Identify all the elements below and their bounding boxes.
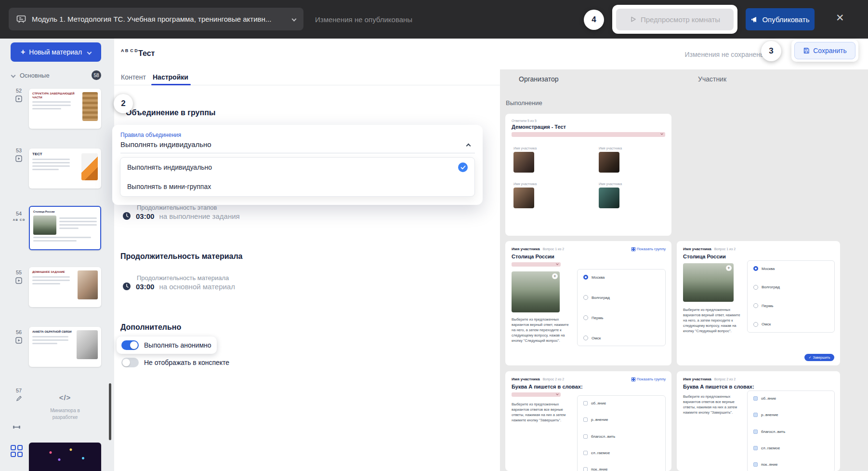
answer-option[interactable]: Москва <box>583 275 659 280</box>
progress-accordion[interactable] <box>512 262 561 267</box>
thumb-title: Структура завершающей части <box>32 92 75 99</box>
no-notes-label: Не отображать в конспекте <box>144 359 229 366</box>
material-thumbnail-58[interactable] <box>29 443 101 471</box>
save-icon <box>803 47 810 54</box>
new-material-button[interactable]: + Новый материал <box>11 42 101 62</box>
save-button[interactable]: Сохранить <box>794 42 855 59</box>
no-notes-row: Не отображать в конспекте <box>121 358 229 367</box>
material-number: 53 <box>16 148 22 153</box>
sidebar-section-main[interactable]: Основные 58 <box>12 70 101 80</box>
show-group-link[interactable]: Показать группу <box>631 377 666 381</box>
answer-option[interactable]: Москва <box>753 266 829 271</box>
material-in-development[interactable]: </> Миниатюра в разработке <box>29 393 101 420</box>
material-thumbnail-56[interactable]: Анкета обратной связи <box>29 327 101 367</box>
option-individually[interactable]: Выполнять индивидуально <box>120 158 474 177</box>
materials-sidebar: + Новый материал Основные 58 52 Структур… <box>0 39 114 471</box>
checkbox <box>753 396 758 401</box>
play-icon <box>630 16 636 23</box>
room-preview-button[interactable]: Предпросмотр комнаты <box>616 9 734 30</box>
answer-option[interactable]: р..внение <box>753 413 829 417</box>
checkbox <box>753 446 758 450</box>
material-thumbnail-55[interactable]: Домашнее задание <box>29 267 101 307</box>
slide-play-icon <box>15 155 22 162</box>
zoom-icon[interactable]: + <box>552 273 558 279</box>
answer-option[interactable]: благосл..вить <box>753 430 829 434</box>
progress-accordion[interactable] <box>512 132 665 137</box>
grouping-rules-dropdown: Правила объединения Выполнять индивидуал… <box>112 125 483 205</box>
stage-duration-suffix: на выполнение задания <box>159 212 239 220</box>
avatar <box>599 152 619 173</box>
zoom-icon[interactable]: + <box>726 265 732 271</box>
anonymous-toggle[interactable] <box>121 340 139 350</box>
question2-participant-card: Имя участника Вопрос 2 из 2 Буква А пише… <box>677 371 840 471</box>
code-icon: </> <box>29 393 101 402</box>
preview-tab-organizer[interactable]: Организатор <box>519 75 559 83</box>
answer-option[interactable]: Пермь <box>753 303 829 308</box>
answer-option[interactable]: Пермь <box>583 315 659 320</box>
answer-option[interactable]: р..внение <box>583 417 659 422</box>
checkbox <box>583 451 588 455</box>
material-meta: 54 A BC D <box>12 211 26 221</box>
answer-option[interactable]: Омск <box>753 322 829 327</box>
avatar <box>513 152 534 173</box>
material-duration-row: 03:00 на основной материал <box>122 282 235 291</box>
question-counter: Вопрос 1 из 2 <box>714 247 736 251</box>
finish-button[interactable]: ✓ Завершить <box>804 354 834 361</box>
material-thumbnail-53[interactable]: Тест <box>29 148 101 188</box>
pencil-icon <box>16 395 22 402</box>
participant-cell: Имя участника <box>513 147 537 173</box>
group-icon <box>631 377 635 381</box>
question-instruction: Выберите из предложенных вариантов верны… <box>683 308 744 334</box>
thumb-title: Столица России <box>33 210 97 214</box>
answer-option[interactable]: Волгоград <box>753 285 829 290</box>
tab-settings[interactable]: Настройки <box>153 73 188 81</box>
sidebar-scrollbar[interactable] <box>109 383 111 440</box>
question-counter: Вопрос 1 из 2 <box>543 247 564 251</box>
material-duration-value: 03:00 <box>136 283 154 291</box>
option-minigroups[interactable]: Выполнять в мини-группах <box>120 177 474 196</box>
dropdown-field-value[interactable]: Выполнять индивидуально <box>120 140 211 148</box>
answer-option[interactable]: Волгоград <box>583 295 659 300</box>
answer-option[interactable]: об..яние <box>753 396 829 401</box>
answer-option[interactable]: об..яние <box>583 401 659 405</box>
thumbnail-image <box>33 215 56 235</box>
publish-button[interactable]: Опубликовать <box>746 8 815 30</box>
material-thumbnail-54[interactable]: Столица России <box>29 206 101 250</box>
progress-accordion[interactable] <box>512 392 561 397</box>
save-status-text: Изменения не сохранены <box>684 51 765 58</box>
chevron-down-icon <box>87 50 92 54</box>
no-notes-toggle[interactable] <box>121 358 139 367</box>
answer-option[interactable]: сл..гаемое <box>753 446 829 450</box>
grid-view-icon[interactable] <box>11 445 23 458</box>
question-counter: Вопрос 2 из 2 <box>543 377 564 381</box>
answer-option[interactable]: пок..яние <box>753 462 829 467</box>
thumb-title: Анкета обратной связи <box>32 330 73 334</box>
radio <box>583 295 588 300</box>
demo-title: Демонстрация - Тест <box>512 124 566 130</box>
check-icon: ✓ <box>809 356 812 360</box>
slide-play-icon <box>15 95 22 102</box>
answer-option[interactable]: благосл..вить <box>583 434 659 439</box>
material-number: 57 <box>16 388 22 393</box>
radio <box>753 322 758 327</box>
slide-play-icon <box>15 337 22 344</box>
thumb-title: Домашнее задание <box>32 270 73 274</box>
tab-content[interactable]: Контент <box>121 73 146 81</box>
answer-option[interactable]: пок..яние <box>583 467 659 471</box>
module-selector[interactable]: Модуль 1. Методология ТС. Учебная програ… <box>9 8 303 30</box>
answer-option[interactable]: сл..гаемое <box>583 451 659 455</box>
slide-play-icon <box>15 277 22 284</box>
tutorial-highlight-save: Сохранить <box>791 40 858 62</box>
question-title: Буква А пишется в словах: <box>512 384 583 390</box>
execution-heading: Выполнение <box>506 99 542 107</box>
show-group-link[interactable]: Показать группу <box>631 247 666 251</box>
material-thumbnail-52[interactable]: Структура завершающей части <box>29 89 101 129</box>
close-icon[interactable]: ✕ <box>836 12 844 24</box>
preview-tab-participant[interactable]: Участник <box>698 75 726 83</box>
chevron-up-icon[interactable] <box>466 144 471 148</box>
material-meta: 56 <box>12 329 26 344</box>
stage-duration-label: Продолжительность этапов <box>137 204 217 211</box>
question-instruction: Выберите из предложенных вариантов ответ… <box>512 402 571 423</box>
answer-option[interactable]: Омск <box>583 336 659 340</box>
tutorial-highlight-preview: Предпросмотр комнаты <box>612 5 737 34</box>
